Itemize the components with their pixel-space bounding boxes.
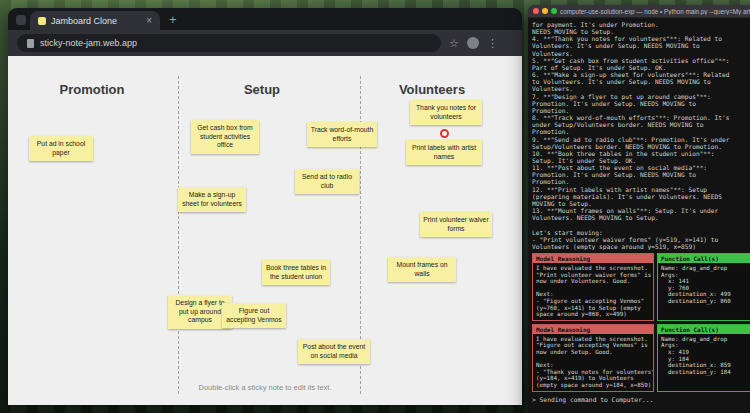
tab-favicon-icon [38,17,46,25]
model-reasoning-panel: Model Reasoning I have evaluated the scr… [532,253,654,321]
function-call-title: Function Call(s) [658,325,750,334]
sticky-note[interactable]: Figure out accepting Venmos [222,303,286,328]
click-indicator [440,129,449,138]
terminal-window: computer-use-solution-exp — node • Pytho… [528,5,750,413]
address-bar[interactable]: sticky-note-jam.web.app [17,34,441,52]
function-call-panel: Function Call(s) Name: drag_and_drop Arg… [657,253,750,321]
browser-toolbar: sticky-note-jam.web.app ☆ ⋮ [8,30,522,56]
sticky-note[interactable]: Post about the event on social media [298,339,370,364]
model-reasoning-panel: Model Reasoning I have evaluated the scr… [532,324,654,392]
sticky-note[interactable]: Send ad to radio club [295,169,359,194]
function-call-title: Function Call(s) [658,254,750,263]
terminal-titlebar: computer-use-solution-exp — node • Pytho… [528,5,750,18]
column-header-volunteers: Volunteers [399,82,465,97]
terminal-body: for payment. It's under Promotion. NEEDS… [528,18,750,406]
function-call-panel: Function Call(s) Name: drag_and_drop Arg… [657,324,750,392]
model-reasoning-text: I have evaluated the screenshot. "Print … [533,263,653,320]
terminal-title: computer-use-solution-exp — node • Pytho… [560,8,750,15]
column-header-promotion: Promotion [60,82,125,97]
close-window-icon[interactable] [533,8,539,14]
tab-title: Jamboard Clone [51,16,141,26]
function-call-text: Name: drag_and_drop Args: x: 419 y: 184 … [658,334,750,378]
sticky-note[interactable]: Mount frames on walls [388,257,456,282]
board-hint-text: Double-click a sticky note to edit its t… [8,383,522,392]
column-header-setup: Setup [244,82,280,97]
function-call-text: Name: drag_and_drop Args: x: 141 y: 760 … [658,263,750,307]
sticky-note[interactable]: Thank you notes for volunteers [410,100,482,125]
browser-tab[interactable]: Jamboard Clone × [30,11,160,30]
sticky-note[interactable]: Print volunteer waiver forms [420,212,492,237]
sticky-note[interactable]: Put ad in school paper [29,136,93,161]
browser-menu-icon[interactable]: ⋮ [487,38,498,49]
sticky-note[interactable]: Track word-of-mouth efforts [307,122,377,147]
sticky-note[interactable]: Book three tables in the student union [262,260,330,285]
bookmark-star-icon[interactable]: ☆ [449,38,459,49]
minimize-window-icon[interactable] [542,8,548,14]
sticky-note[interactable]: Get cash box from student activities off… [191,120,259,154]
tab-close-icon[interactable]: × [146,16,152,26]
terminal-status-line: > Sending command to Computer... [532,396,750,403]
url-text: sticky-note-jam.web.app [40,38,137,48]
agent-step-row: Model Reasoning I have evaluated the scr… [532,253,750,321]
agent-step-row: Model Reasoning I have evaluated the scr… [532,324,750,392]
terminal-log: for payment. It's under Promotion. NEEDS… [532,21,750,250]
model-reasoning-title: Model Reasoning [533,254,653,263]
tab-search-icon[interactable] [16,15,26,25]
tab-strip: Jamboard Clone × + [8,8,522,30]
column-divider [178,76,179,394]
new-tab-button[interactable]: + [169,13,177,26]
site-info-icon[interactable] [27,39,34,48]
model-reasoning-text: I have evaluated the screenshot. "Figure… [533,334,653,391]
zoom-window-icon[interactable] [551,8,557,14]
profile-avatar[interactable] [467,37,479,49]
model-reasoning-title: Model Reasoning [533,325,653,334]
sticky-note[interactable]: Print labels with artist names [406,140,482,165]
board-canvas[interactable]: Promotion Setup Volunteers Put ad in sch… [8,56,522,405]
sticky-note[interactable]: Make a sign-up sheet for volunteers [178,187,246,212]
browser-window: Jamboard Clone × + sticky-note-jam.web.a… [8,8,522,405]
